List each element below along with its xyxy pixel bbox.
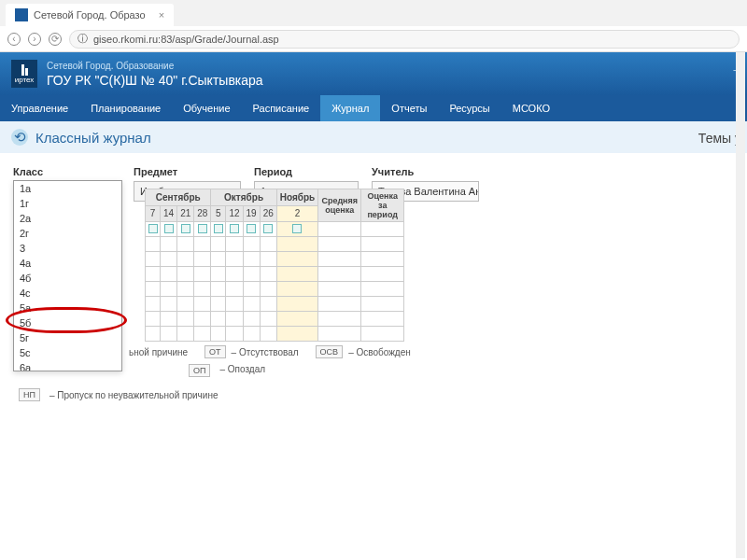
org-name-large: ГОУ РК "С(К)Ш № 40" г.Сыктывкара bbox=[47, 73, 263, 88]
legend-row-1: ьной причине ОТ– Отсутствовал ОСВ– Освоб… bbox=[129, 345, 411, 358]
dropdown-option[interactable]: 6а bbox=[14, 360, 121, 371]
browser-tab-strip: Сетевой Город. Образо × bbox=[0, 0, 747, 26]
grade-calendar: Сентябрь Октябрь Ноябрь Средняя оценка О… bbox=[145, 189, 404, 342]
address-bar: ‹ › ⟳ ⓘ giseo.rkomi.ru:83/asp/Grade/Jour… bbox=[0, 26, 747, 52]
checkbox[interactable] bbox=[214, 224, 223, 233]
tab-title: Сетевой Город. Образо bbox=[34, 9, 146, 21]
nav-item-расписание[interactable]: Расписание bbox=[242, 95, 321, 121]
dropdown-option[interactable]: 5б bbox=[14, 315, 121, 330]
nav-item-отчеты[interactable]: Отчеты bbox=[380, 95, 438, 121]
reload-icon[interactable]: ⟳ bbox=[49, 33, 62, 46]
legend-row-2: ОП – Опоздал bbox=[189, 364, 265, 377]
period-avg-header: Оценка за период bbox=[361, 189, 404, 222]
info-icon: ⓘ bbox=[78, 32, 88, 46]
checkbox[interactable] bbox=[148, 224, 158, 233]
url-field[interactable]: ⓘ giseo.rkomi.ru:83/asp/Grade/Journal.as… bbox=[69, 30, 740, 49]
subject-label: Предмет bbox=[134, 166, 241, 177]
class-label: Класс bbox=[13, 166, 120, 177]
avg-header: Средняя оценка bbox=[318, 189, 361, 222]
nav-item-журнал[interactable]: Журнал bbox=[320, 95, 380, 121]
checkbox[interactable] bbox=[198, 224, 207, 233]
day-header: 14 bbox=[161, 205, 177, 222]
dropdown-option[interactable]: 4б bbox=[14, 271, 121, 286]
checkbox[interactable] bbox=[164, 224, 174, 233]
org-name-small: Сетевой Город. Образование bbox=[47, 61, 263, 71]
month-header: Октябрь bbox=[211, 189, 276, 206]
day-header: 5 bbox=[211, 205, 226, 222]
dropdown-option[interactable]: 3 bbox=[14, 241, 121, 256]
dropdown-option[interactable]: 2а bbox=[14, 211, 121, 226]
app-logo: иртех bbox=[11, 60, 37, 88]
back-icon[interactable]: ‹ bbox=[7, 33, 21, 46]
dropdown-option[interactable]: 5а bbox=[14, 301, 121, 315]
legend-code: ОП bbox=[189, 364, 210, 377]
forward-icon[interactable]: › bbox=[28, 33, 41, 46]
class-dropdown-list[interactable]: 1а1г2а2г34а4б4с5а5б5г5с6а6б6с7а7б7с8а8б bbox=[13, 180, 122, 371]
checkbox[interactable] bbox=[292, 224, 302, 233]
dropdown-option[interactable]: 4с bbox=[14, 286, 121, 301]
checkbox[interactable] bbox=[230, 224, 239, 233]
main-nav: УправлениеПланированиеОбучениеРасписание… bbox=[0, 95, 747, 121]
day-header: 26 bbox=[260, 205, 276, 222]
nav-item-планирование[interactable]: Планирование bbox=[79, 95, 172, 121]
nav-item-ресурсы[interactable]: Ресурсы bbox=[438, 95, 500, 121]
tab-favicon bbox=[15, 8, 28, 21]
day-header: 19 bbox=[243, 205, 260, 222]
url-text: giseo.rkomi.ru:83/asp/Grade/Journal.asp bbox=[93, 34, 279, 45]
nav-item-управление[interactable]: Управление bbox=[0, 95, 79, 121]
day-header: 12 bbox=[226, 205, 243, 222]
app-header: иртех Сетевой Город. Образование ГОУ РК … bbox=[0, 52, 747, 95]
page-title-bar: ⟲ Классный журнал bbox=[0, 121, 747, 153]
day-header: 21 bbox=[177, 205, 194, 222]
dropdown-option[interactable]: 1а bbox=[14, 181, 121, 196]
checkbox[interactable] bbox=[263, 224, 273, 233]
legend-code: ОТ bbox=[204, 345, 226, 358]
legend-code: НП bbox=[19, 388, 40, 401]
dropdown-option[interactable]: 5г bbox=[14, 330, 121, 345]
nav-item-мсоко[interactable]: МСОКО bbox=[501, 95, 561, 121]
dropdown-option[interactable]: 5с bbox=[14, 345, 121, 360]
dropdown-option[interactable]: 2г bbox=[14, 226, 121, 241]
legend-row-3: НП – Пропуск по неуважительной причине bbox=[19, 388, 218, 401]
day-header: 2 bbox=[276, 205, 317, 222]
page-title: Классный журнал bbox=[35, 130, 151, 146]
month-header: Ноябрь bbox=[276, 189, 317, 206]
close-icon[interactable]: × bbox=[159, 9, 164, 21]
period-label: Период bbox=[254, 166, 359, 177]
day-header: 28 bbox=[194, 205, 211, 222]
scrollbar[interactable] bbox=[736, 52, 745, 558]
day-header: 7 bbox=[146, 205, 161, 222]
checkbox[interactable] bbox=[247, 224, 256, 233]
month-header: Сентябрь bbox=[146, 189, 211, 206]
dropdown-option[interactable]: 4а bbox=[14, 256, 121, 271]
checkbox[interactable] bbox=[181, 224, 190, 233]
nav-item-обучение[interactable]: Обучение bbox=[172, 95, 241, 121]
legend-code: ОСВ bbox=[316, 345, 344, 358]
dropdown-option[interactable]: 1г bbox=[14, 196, 121, 211]
back-arrow-icon[interactable]: ⟲ bbox=[11, 129, 28, 146]
teacher-label: Учитель bbox=[372, 166, 479, 177]
browser-tab[interactable]: Сетевой Город. Образо × bbox=[6, 4, 174, 26]
